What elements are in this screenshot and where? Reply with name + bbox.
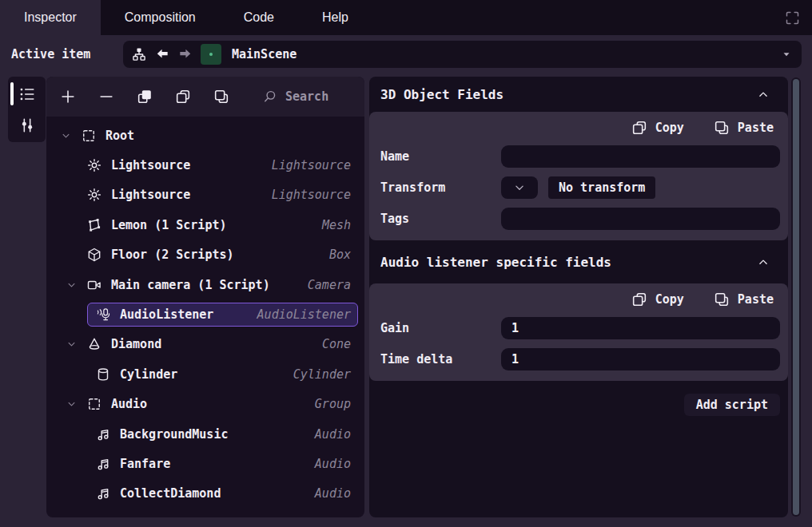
field-control — [501, 317, 780, 339]
tree-item-body[interactable]: AudioGroup — [78, 392, 358, 416]
back-arrow-icon[interactable] — [154, 46, 170, 62]
tree-item-fanfare[interactable]: FanfareAudio — [46, 449, 364, 478]
paste-fields-button[interactable]: Paste — [713, 291, 774, 308]
note-icon — [94, 485, 111, 502]
paste-fields-button[interactable]: Paste — [713, 119, 774, 137]
field-row-tags: Tags — [369, 203, 788, 234]
active-indicator — [10, 82, 14, 105]
tree-item-body[interactable]: Floor (2 Scripts)Box — [78, 243, 358, 267]
tree-item-body[interactable]: AudioListenerAudioListener — [87, 303, 358, 327]
filters-button[interactable] — [8, 109, 46, 141]
tree-item-body[interactable]: Main camera (1 Script)Camera — [78, 273, 358, 297]
forward-arrow-icon[interactable] — [177, 46, 193, 62]
add-item-button[interactable] — [59, 88, 77, 105]
tree-item-body[interactable]: DiamondCone — [78, 332, 358, 356]
scrollbar-thumb[interactable] — [793, 79, 799, 515]
tree-item-root[interactable]: Root — [46, 121, 364, 150]
section-header: 3D Object Fields — [369, 77, 788, 112]
field-control — [501, 348, 780, 370]
dropdown-caret-icon[interactable] — [781, 49, 792, 60]
mic-icon — [94, 307, 111, 323]
gain-input[interactable] — [501, 317, 780, 339]
tree-item-body[interactable]: CylinderCylinder — [87, 363, 358, 386]
search-input[interactable] — [285, 89, 364, 104]
object-fields-panel: 3D Object FieldsCopyPasteNameTransformNo… — [369, 77, 788, 517]
search-icon — [262, 89, 278, 105]
cylinder-icon — [94, 366, 111, 382]
list-icon — [18, 85, 36, 103]
tree-item-name: Root — [105, 129, 134, 143]
tree-item-audio[interactable]: AudioGroup — [46, 390, 364, 419]
name-input[interactable] — [501, 145, 780, 168]
section-card: CopyPasteNameTransformNo transformTags — [369, 112, 788, 240]
add-script-button[interactable]: Add script — [684, 394, 780, 416]
collapse-section-button[interactable] — [754, 85, 772, 103]
expander-chevron-icon[interactable] — [60, 129, 72, 141]
copy-item-button[interactable] — [174, 88, 192, 105]
tree-item-type: Box — [329, 248, 351, 262]
tree-item-backgroundmusic[interactable]: BackgroundMusicAudio — [46, 419, 364, 449]
time-delta-input[interactable] — [501, 348, 780, 370]
tree-item-name: AudioListener — [120, 307, 213, 322]
tree-item-lightsource[interactable]: LightsourceLightsource — [46, 180, 364, 210]
tree-item-audiolistener[interactable]: AudioListenerAudioListener — [46, 299, 364, 329]
tree-item-type: Audio — [315, 486, 351, 501]
tree-item-lightsource[interactable]: LightsourceLightsource — [46, 150, 364, 180]
tree-item-type: Audio — [315, 427, 351, 442]
tree-item-lemon-1-script[interactable]: Lemon (1 Script)Mesh — [46, 210, 364, 240]
tree-item-main-camera-1-script[interactable]: Main camera (1 Script)Camera — [46, 270, 364, 299]
tree-item-collectdiamond[interactable]: CollectDiamondAudio — [46, 479, 364, 509]
hierarchy-icon[interactable] — [131, 46, 147, 62]
scene-status-badge — [201, 44, 221, 65]
tags-input[interactable] — [501, 208, 780, 230]
scrollbar-track[interactable] — [791, 77, 801, 517]
add-script-row: Add script — [369, 381, 788, 416]
tab-help[interactable]: Help — [298, 0, 372, 35]
tree-item-diamond[interactable]: DiamondCone — [46, 330, 364, 359]
collapse-section-button[interactable] — [754, 253, 772, 271]
field-label: Transform — [380, 180, 501, 195]
active-item-selector[interactable]: MainScene — [123, 41, 802, 68]
transform-dropdown-button[interactable] — [501, 176, 538, 199]
tree-item-floor-2-scripts[interactable]: Floor (2 Scripts)Box — [46, 240, 364, 270]
tab-composition[interactable]: Composition — [101, 0, 220, 35]
field-control — [501, 208, 780, 230]
tree-view-button[interactable] — [8, 78, 46, 109]
tree-item-name: CollectDiamond — [120, 486, 221, 501]
tree-item-body[interactable]: Lemon (1 Script)Mesh — [78, 213, 358, 237]
tree-item-body[interactable]: LightsourceLightsource — [78, 183, 358, 207]
field-row-transform: TransformNo transform — [369, 172, 788, 203]
main-tabs: InspectorCompositionCodeHelp — [0, 0, 372, 35]
active-item-row: Active item MainScene — [0, 35, 812, 73]
duplicate-item-button[interactable] — [136, 88, 153, 105]
view-mode-sidebar — [8, 77, 46, 142]
tree-item-body[interactable]: BackgroundMusicAudio — [87, 422, 358, 446]
light-icon — [86, 187, 102, 204]
tree-item-body[interactable]: FanfareAudio — [87, 452, 358, 476]
section-header: Audio listener specific fields — [369, 240, 788, 283]
copy-icon — [631, 119, 648, 137]
paste-fields-button-label: Paste — [738, 292, 774, 307]
expander-chevron-icon[interactable] — [66, 339, 78, 351]
tab-inspector[interactable]: Inspector — [0, 0, 101, 35]
copy-fields-button[interactable]: Copy — [631, 119, 684, 137]
camera-icon — [86, 276, 102, 293]
tab-code[interactable]: Code — [220, 0, 298, 35]
tree-item-type: Audio — [315, 457, 351, 471]
expander-chevron-icon[interactable] — [66, 279, 78, 291]
tree-item-type: Lightsource — [272, 188, 351, 202]
tree-item-body[interactable]: LightsourceLightsource — [78, 153, 358, 177]
no-transform-button[interactable]: No transform — [548, 176, 655, 199]
fullscreen-button[interactable] — [780, 6, 804, 30]
tree-item-body[interactable]: CollectDiamondAudio — [87, 481, 358, 505]
fields-section: Audio listener specific fieldsCopyPasteG… — [369, 240, 788, 381]
tree-item-cylinder[interactable]: CylinderCylinder — [46, 359, 364, 389]
tree-item-body[interactable]: Root — [73, 124, 358, 148]
remove-item-button[interactable] — [98, 88, 115, 105]
copy-fields-button[interactable]: Copy — [631, 291, 684, 308]
field-label: Tags — [380, 212, 501, 226]
expander-chevron-icon[interactable] — [66, 398, 78, 410]
tree-toolbar — [46, 77, 364, 117]
note-icon — [94, 426, 111, 442]
paste-item-button[interactable] — [213, 88, 230, 105]
